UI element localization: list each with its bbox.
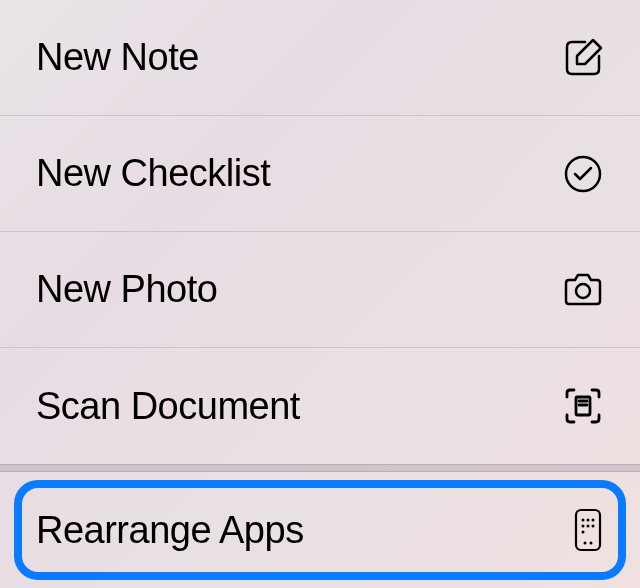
menu-item-new-photo[interactable]: New Photo	[0, 232, 640, 348]
checkmark-circle-icon	[562, 153, 604, 195]
svg-point-11	[592, 525, 595, 528]
menu-item-new-checklist[interactable]: New Checklist	[0, 116, 640, 232]
scan-document-icon	[562, 385, 604, 427]
menu-item-label: New Note	[36, 36, 199, 79]
menu-item-scan-document[interactable]: Scan Document	[0, 348, 640, 464]
svg-point-1	[576, 284, 590, 298]
svg-point-12	[582, 531, 585, 534]
menu-item-label: Scan Document	[36, 385, 300, 428]
menu-item-label: New Checklist	[36, 152, 270, 195]
svg-point-9	[582, 525, 585, 528]
menu-separator	[0, 464, 640, 472]
camera-icon	[562, 269, 604, 311]
compose-icon	[562, 37, 604, 79]
svg-point-13	[584, 542, 587, 545]
apps-icon	[572, 509, 604, 551]
svg-point-14	[590, 542, 593, 545]
menu-item-label: Rearrange Apps	[36, 509, 304, 552]
svg-point-6	[582, 519, 585, 522]
svg-rect-5	[576, 510, 600, 550]
svg-point-7	[587, 519, 590, 522]
menu-item-new-note[interactable]: New Note	[0, 0, 640, 116]
svg-point-0	[566, 157, 600, 191]
menu-item-rearrange-apps[interactable]: Rearrange Apps	[0, 472, 640, 588]
svg-point-10	[587, 525, 590, 528]
svg-point-8	[592, 519, 595, 522]
menu-item-label: New Photo	[36, 268, 217, 311]
